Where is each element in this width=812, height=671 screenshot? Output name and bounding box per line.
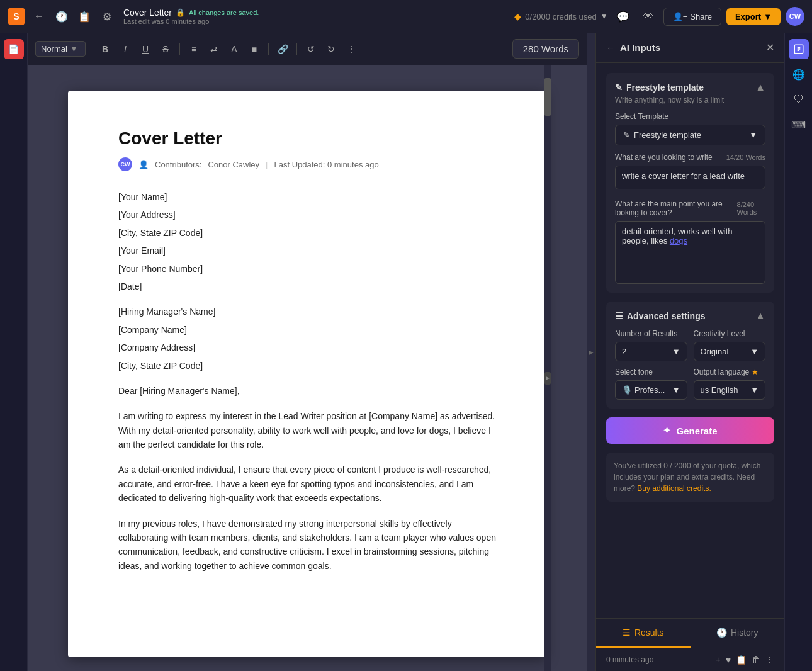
creativity-setting: Creativity Level Original ▼ [694, 329, 766, 361]
template-select-chevron-icon: ▼ [749, 130, 757, 140]
ai-panel-title: AI Inputs [620, 42, 660, 53]
undo-button[interactable]: ↺ [302, 40, 320, 58]
results-icon: ☰ [623, 628, 631, 638]
crown-icon: ★ [752, 368, 758, 376]
template-collapse-icon[interactable]: ▲ [755, 82, 765, 93]
more-result-button[interactable]: ⋮ [765, 655, 774, 665]
language-value: us English [701, 385, 738, 395]
last-edit: Last edit was 0 minutes ago [123, 18, 259, 25]
sidebar-expand-toggle[interactable]: ▶ [587, 33, 595, 671]
quota-notice: You've utilized 0 / 2000 of your quota, … [606, 453, 774, 502]
results-time: 0 minutes ago [606, 655, 653, 664]
field2-label: What are the main point you are looking … [615, 200, 737, 217]
far-right-shield-button[interactable]: 🛡 [789, 89, 809, 110]
template-name: ✎ Freestyle template [615, 82, 704, 93]
tone-setting: Select tone 🎙️ Profes... ▼ [615, 368, 687, 400]
toolbar-separator-2 [179, 43, 180, 55]
highlight-button[interactable]: ■ [245, 40, 263, 58]
language-select[interactable]: us English ▼ [694, 380, 766, 400]
template-select-dropdown[interactable]: ✎ Freestyle template ▼ [615, 125, 765, 145]
text-color-button[interactable]: A [225, 40, 243, 58]
document-body[interactable]: [Your Name] [Your Address] [City, State … [118, 190, 496, 573]
results-select[interactable]: 2 ▼ [615, 342, 687, 361]
creativity-value: Original [701, 347, 729, 356]
chat-button[interactable]: 💬 [613, 6, 633, 26]
advanced-settings-section: ☰ Advanced settings ▲ Number of Results … [606, 302, 774, 409]
share-button[interactable]: 👤+ Share [663, 8, 721, 26]
bold-button[interactable]: B [96, 40, 114, 58]
main-layout: 📄 Normal ▼ B I U S ≡ ⇄ A ■ 🔗 ↺ ↻ ⋮ 280 W… [0, 33, 812, 671]
ai-panel: ← AI Inputs ✕ ✎ Freestyle template ▲ Wri… [595, 33, 784, 671]
format-chevron-icon: ▼ [70, 44, 78, 54]
share-icon: 👤+ [673, 12, 688, 21]
field1-input[interactable]: <span data-bind="ai_panel.field1.value">… [615, 166, 765, 189]
creativity-chevron-icon: ▼ [750, 347, 758, 356]
buy-credits-link[interactable]: Buy additional credits. [637, 484, 711, 493]
template-select-value: Freestyle template [634, 130, 701, 140]
toolbar-separator [91, 43, 91, 55]
history-button[interactable]: 🕐 [53, 8, 70, 25]
field2-link[interactable]: dogs [670, 236, 687, 245]
history-tab[interactable]: 🕐 History [691, 619, 785, 648]
results-label: Number of Results [615, 329, 687, 338]
eye-button[interactable]: 👁 [638, 6, 658, 26]
far-right-globe-button[interactable]: 🌐 [789, 64, 809, 84]
document-title: Cover Letter [118, 128, 496, 149]
avatar[interactable]: CW [786, 7, 804, 26]
template-subtitle: Write anything, now sky is a limit [615, 96, 765, 104]
doc-line-1: [Your Name] [118, 190, 496, 204]
results-tab-label: Results [634, 628, 664, 638]
align-button[interactable]: ⇄ [205, 40, 223, 58]
italic-button[interactable]: I [116, 40, 134, 58]
panel-back-button[interactable]: ← [606, 43, 615, 53]
editor-area: Normal ▼ B I U S ≡ ⇄ A ■ 🔗 ↺ ↻ ⋮ 280 Wor… [28, 33, 587, 671]
credits-chevron-icon: ▼ [601, 12, 608, 21]
underline-button[interactable]: U [137, 40, 154, 58]
generate-icon: ✦ [663, 425, 671, 436]
field1-count: 14/20 Words [726, 154, 765, 161]
doc-salutation: Dear [Hiring Manager's Name], [118, 384, 496, 398]
document-meta: CW 👤 Contributors: Conor Cawley | Last U… [118, 157, 496, 171]
contributors-icon: 👤 [138, 160, 149, 169]
copy-button[interactable]: 📋 [76, 8, 93, 25]
list-button[interactable]: ≡ [185, 40, 203, 58]
doc-line-9: [Company Address] [118, 341, 496, 354]
strikethrough-button[interactable]: S [157, 40, 174, 58]
far-right-keyboard-button[interactable]: ⌨ [789, 115, 809, 135]
far-right-ai-button[interactable] [789, 39, 809, 59]
tone-select[interactable]: 🎙️ Profes... ▼ [615, 380, 687, 400]
results-history-tabs: ☰ Results 🕐 History [596, 618, 784, 648]
doc-type-icon[interactable]: 📄 [4, 39, 24, 59]
ai-panel-header: ← AI Inputs ✕ [596, 33, 784, 63]
delete-result-button[interactable]: 🗑 [752, 655, 760, 665]
field2-label-row: What are the main point you are looking … [615, 200, 765, 217]
redo-button[interactable]: ↻ [322, 40, 340, 58]
topbar: S ← 🕐 📋 ⚙ Cover Letter 🔒 All changes are… [0, 0, 812, 33]
advanced-header[interactable]: ☰ Advanced settings ▲ [615, 310, 765, 322]
field2-input[interactable]: detail oriented, works well with people,… [615, 221, 765, 284]
ai-panel-body: ✎ Freestyle template ▲ Write anything, n… [596, 63, 784, 618]
template-header: ✎ Freestyle template ▲ [615, 82, 765, 93]
back-button[interactable]: ← [30, 8, 48, 25]
document[interactable]: Cover Letter CW 👤 Contributors: Conor Ca… [68, 91, 546, 657]
editor-scroll[interactable]: ▶ Cover Letter CW 👤 Contributors: Conor … [28, 65, 587, 671]
copy-result-button[interactable]: 📋 [736, 655, 747, 665]
language-label: Output language ★ [694, 368, 766, 376]
more-button[interactable]: ⋮ [342, 40, 360, 58]
format-select[interactable]: Normal ▼ [35, 41, 86, 57]
ai-panel-close-button[interactable]: ✕ [766, 42, 774, 54]
settings-button[interactable]: ⚙ [98, 8, 116, 25]
export-button[interactable]: Export ▼ [726, 8, 781, 25]
results-tab[interactable]: ☰ Results [596, 619, 691, 648]
field1-label-row: What are you looking to write 14/20 Word… [615, 153, 765, 162]
results-value: 2 [622, 347, 626, 356]
creativity-select[interactable]: Original ▼ [694, 342, 766, 361]
generate-button[interactable]: ✦ Generate [606, 417, 774, 444]
history-tab-label: History [731, 628, 758, 638]
add-result-button[interactable]: + [716, 655, 721, 665]
link-button[interactable]: 🔗 [274, 40, 291, 58]
favorite-result-button[interactable]: ♥ [726, 655, 731, 665]
creativity-label: Creativity Level [694, 329, 766, 338]
editor-toolbar: Normal ▼ B I U S ≡ ⇄ A ■ 🔗 ↺ ↻ ⋮ 280 Wor… [28, 33, 587, 65]
contributors-label: Contributors: [155, 160, 201, 169]
